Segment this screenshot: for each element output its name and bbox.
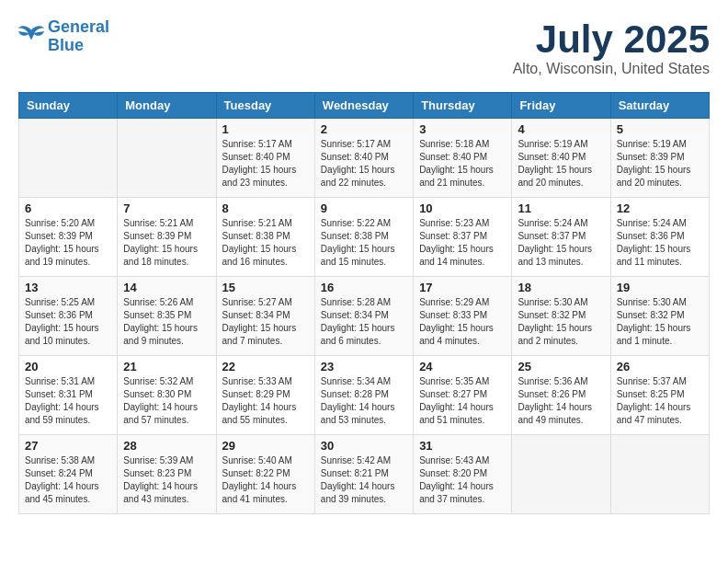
calendar-cell: 16Sunrise: 5:28 AM Sunset: 8:34 PM Dayli… xyxy=(314,277,413,356)
weekday-header-wednesday: Wednesday xyxy=(314,93,413,119)
day-detail: Sunrise: 5:23 AM Sunset: 8:37 PM Dayligh… xyxy=(419,217,506,269)
day-number: 5 xyxy=(617,122,703,136)
day-number: 24 xyxy=(419,360,506,373)
calendar-cell: 2Sunrise: 5:17 AM Sunset: 8:40 PM Daylig… xyxy=(314,119,413,198)
day-detail: Sunrise: 5:34 AM Sunset: 8:28 PM Dayligh… xyxy=(321,375,407,427)
day-number: 4 xyxy=(518,122,604,136)
calendar-week-row: 13Sunrise: 5:25 AM Sunset: 8:36 PM Dayli… xyxy=(19,277,710,356)
day-detail: Sunrise: 5:26 AM Sunset: 8:35 PM Dayligh… xyxy=(123,296,210,348)
day-detail: Sunrise: 5:19 AM Sunset: 8:40 PM Dayligh… xyxy=(518,138,604,190)
day-number: 18 xyxy=(518,281,604,294)
day-detail: Sunrise: 5:24 AM Sunset: 8:37 PM Dayligh… xyxy=(518,217,604,269)
day-detail: Sunrise: 5:33 AM Sunset: 8:29 PM Dayligh… xyxy=(222,375,309,427)
day-number: 21 xyxy=(123,360,210,373)
calendar-cell: 5Sunrise: 5:19 AM Sunset: 8:39 PM Daylig… xyxy=(610,119,709,198)
calendar-week-row: 1Sunrise: 5:17 AM Sunset: 8:40 PM Daylig… xyxy=(19,119,710,198)
page-header: GeneralBlue July 2025 Alto, Wisconsin, U… xyxy=(18,18,710,77)
day-detail: Sunrise: 5:31 AM Sunset: 8:31 PM Dayligh… xyxy=(25,375,111,427)
day-number: 17 xyxy=(419,281,506,294)
day-number: 30 xyxy=(321,439,407,453)
logo-icon xyxy=(18,24,44,46)
day-number: 29 xyxy=(222,439,309,453)
day-detail: Sunrise: 5:27 AM Sunset: 8:34 PM Dayligh… xyxy=(222,296,309,348)
day-number: 16 xyxy=(321,281,407,294)
calendar-cell: 18Sunrise: 5:30 AM Sunset: 8:32 PM Dayli… xyxy=(512,277,610,356)
calendar-cell xyxy=(512,435,610,514)
day-number: 15 xyxy=(222,281,309,294)
day-detail: Sunrise: 5:17 AM Sunset: 8:40 PM Dayligh… xyxy=(321,138,407,190)
day-detail: Sunrise: 5:42 AM Sunset: 8:21 PM Dayligh… xyxy=(321,454,407,506)
calendar-table: SundayMondayTuesdayWednesdayThursdayFrid… xyxy=(18,92,710,514)
calendar-cell: 13Sunrise: 5:25 AM Sunset: 8:36 PM Dayli… xyxy=(19,277,118,356)
calendar-cell: 8Sunrise: 5:21 AM Sunset: 8:38 PM Daylig… xyxy=(216,198,314,277)
day-number: 23 xyxy=(321,360,407,373)
day-detail: Sunrise: 5:17 AM Sunset: 8:40 PM Dayligh… xyxy=(222,138,309,190)
day-number: 10 xyxy=(419,201,506,215)
day-detail: Sunrise: 5:35 AM Sunset: 8:27 PM Dayligh… xyxy=(419,375,506,427)
calendar-cell: 12Sunrise: 5:24 AM Sunset: 8:36 PM Dayli… xyxy=(610,198,709,277)
location: Alto, Wisconsin, United States xyxy=(513,61,710,77)
day-number: 27 xyxy=(25,439,111,453)
day-detail: Sunrise: 5:25 AM Sunset: 8:36 PM Dayligh… xyxy=(25,296,111,348)
day-number: 2 xyxy=(321,122,407,136)
logo-text: GeneralBlue xyxy=(48,18,109,55)
calendar-cell: 29Sunrise: 5:40 AM Sunset: 8:22 PM Dayli… xyxy=(216,435,314,514)
day-number: 26 xyxy=(617,360,703,373)
day-number: 28 xyxy=(123,439,210,453)
calendar-cell: 19Sunrise: 5:30 AM Sunset: 8:32 PM Dayli… xyxy=(610,277,709,356)
weekday-header-friday: Friday xyxy=(512,93,610,119)
calendar-cell: 11Sunrise: 5:24 AM Sunset: 8:37 PM Dayli… xyxy=(512,198,610,277)
day-number: 11 xyxy=(518,201,604,215)
day-detail: Sunrise: 5:21 AM Sunset: 8:38 PM Dayligh… xyxy=(222,217,309,269)
day-number: 1 xyxy=(222,122,309,136)
day-detail: Sunrise: 5:43 AM Sunset: 8:20 PM Dayligh… xyxy=(419,454,506,506)
calendar-week-row: 20Sunrise: 5:31 AM Sunset: 8:31 PM Dayli… xyxy=(19,356,710,435)
calendar-cell: 28Sunrise: 5:39 AM Sunset: 8:23 PM Dayli… xyxy=(118,435,216,514)
calendar-cell: 24Sunrise: 5:35 AM Sunset: 8:27 PM Dayli… xyxy=(414,356,512,435)
day-detail: Sunrise: 5:37 AM Sunset: 8:25 PM Dayligh… xyxy=(617,375,703,427)
calendar-cell xyxy=(19,119,118,198)
calendar-cell: 3Sunrise: 5:18 AM Sunset: 8:40 PM Daylig… xyxy=(414,119,512,198)
weekday-header-row: SundayMondayTuesdayWednesdayThursdayFrid… xyxy=(19,93,710,119)
day-detail: Sunrise: 5:28 AM Sunset: 8:34 PM Dayligh… xyxy=(321,296,407,348)
weekday-header-sunday: Sunday xyxy=(19,93,118,119)
calendar-cell: 31Sunrise: 5:43 AM Sunset: 8:20 PM Dayli… xyxy=(414,435,512,514)
day-detail: Sunrise: 5:30 AM Sunset: 8:32 PM Dayligh… xyxy=(518,296,604,348)
month-title: July 2025 xyxy=(513,18,710,61)
calendar-cell: 7Sunrise: 5:21 AM Sunset: 8:39 PM Daylig… xyxy=(118,198,216,277)
calendar-cell: 27Sunrise: 5:38 AM Sunset: 8:24 PM Dayli… xyxy=(19,435,118,514)
day-number: 7 xyxy=(123,201,210,215)
day-detail: Sunrise: 5:19 AM Sunset: 8:39 PM Dayligh… xyxy=(617,138,703,190)
weekday-header-saturday: Saturday xyxy=(610,93,709,119)
calendar-cell: 30Sunrise: 5:42 AM Sunset: 8:21 PM Dayli… xyxy=(314,435,413,514)
calendar-cell: 26Sunrise: 5:37 AM Sunset: 8:25 PM Dayli… xyxy=(610,356,709,435)
day-detail: Sunrise: 5:20 AM Sunset: 8:39 PM Dayligh… xyxy=(25,217,111,269)
weekday-header-thursday: Thursday xyxy=(414,93,512,119)
calendar-week-row: 6Sunrise: 5:20 AM Sunset: 8:39 PM Daylig… xyxy=(19,198,710,277)
calendar-cell: 20Sunrise: 5:31 AM Sunset: 8:31 PM Dayli… xyxy=(19,356,118,435)
day-detail: Sunrise: 5:22 AM Sunset: 8:38 PM Dayligh… xyxy=(321,217,407,269)
day-number: 3 xyxy=(419,122,506,136)
day-number: 22 xyxy=(222,360,309,373)
day-number: 31 xyxy=(419,439,506,453)
day-detail: Sunrise: 5:36 AM Sunset: 8:26 PM Dayligh… xyxy=(518,375,604,427)
day-number: 13 xyxy=(25,281,111,294)
day-detail: Sunrise: 5:29 AM Sunset: 8:33 PM Dayligh… xyxy=(419,296,506,348)
day-detail: Sunrise: 5:39 AM Sunset: 8:23 PM Dayligh… xyxy=(123,454,210,506)
title-block: July 2025 Alto, Wisconsin, United States xyxy=(513,18,710,77)
calendar-cell: 23Sunrise: 5:34 AM Sunset: 8:28 PM Dayli… xyxy=(314,356,413,435)
day-number: 19 xyxy=(617,281,703,294)
day-detail: Sunrise: 5:32 AM Sunset: 8:30 PM Dayligh… xyxy=(123,375,210,427)
calendar-cell: 15Sunrise: 5:27 AM Sunset: 8:34 PM Dayli… xyxy=(216,277,314,356)
calendar-cell: 17Sunrise: 5:29 AM Sunset: 8:33 PM Dayli… xyxy=(414,277,512,356)
calendar-cell: 14Sunrise: 5:26 AM Sunset: 8:35 PM Dayli… xyxy=(118,277,216,356)
calendar-cell: 22Sunrise: 5:33 AM Sunset: 8:29 PM Dayli… xyxy=(216,356,314,435)
day-number: 8 xyxy=(222,201,309,215)
day-number: 6 xyxy=(25,201,111,215)
day-detail: Sunrise: 5:30 AM Sunset: 8:32 PM Dayligh… xyxy=(617,296,703,348)
logo: GeneralBlue xyxy=(18,18,109,55)
calendar-cell: 25Sunrise: 5:36 AM Sunset: 8:26 PM Dayli… xyxy=(512,356,610,435)
day-number: 25 xyxy=(518,360,604,373)
calendar-cell: 21Sunrise: 5:32 AM Sunset: 8:30 PM Dayli… xyxy=(118,356,216,435)
calendar-cell xyxy=(610,435,709,514)
